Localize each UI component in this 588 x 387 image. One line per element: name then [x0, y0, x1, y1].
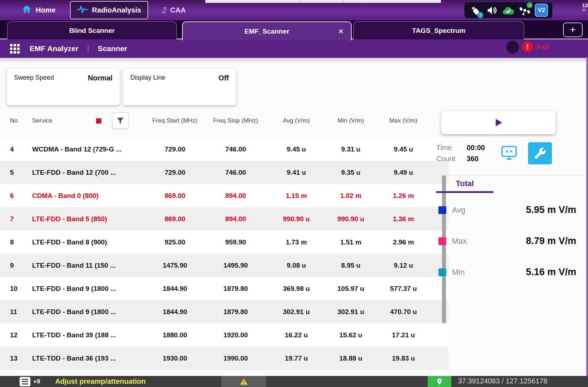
app-title[interactable]: EMF Analyzer	[30, 44, 79, 53]
add-tab-button[interactable]: +	[563, 23, 583, 37]
tab-tags-spectrum[interactable]: TAGS_Spectrum	[353, 21, 524, 39]
cell-freq-stop: 1990.00	[203, 354, 268, 362]
apps-grid-icon[interactable]	[10, 44, 20, 54]
table-row[interactable]: 7 LTE-FDD - Band 5 (850) 869.00 894.00 9…	[0, 207, 448, 230]
warning-icon	[239, 377, 248, 386]
nav-home-label: Home	[36, 6, 56, 14]
clock: 12 04	[582, 2, 588, 19]
cell-freq-stop: 1879.80	[203, 285, 268, 293]
count-value: 360	[467, 155, 499, 163]
cell-min: 9.31 u	[325, 145, 377, 153]
max-color-chip	[438, 237, 446, 245]
close-tab-icon[interactable]: ✕	[338, 27, 344, 36]
avg-label: Avg	[452, 205, 466, 215]
cell-freq-stop: 894.00	[203, 215, 268, 223]
display-mode-icon[interactable]	[500, 144, 518, 163]
count-label: Count	[436, 155, 467, 163]
tab-label: Blind Scanner	[69, 27, 115, 35]
header-avg: Avg (V/m)	[268, 117, 325, 124]
warning-segment[interactable]	[221, 376, 266, 387]
nav-caa[interactable]: 2 CAA	[162, 5, 186, 15]
gps-satellite-icon[interactable]	[518, 3, 532, 18]
cell-no: 8	[0, 238, 32, 246]
cell-no: 11	[0, 308, 32, 316]
nav-radioanalysis[interactable]: RadioAnalysis	[70, 1, 149, 19]
table-row[interactable]: 13 LTE-TDD - Band 36 (193 ... 1930.00 19…	[0, 347, 448, 370]
cell-no: 10	[0, 285, 32, 293]
fail-alert-icon: !	[522, 41, 533, 52]
cell-no: 13	[0, 354, 32, 362]
clock-date: 04	[582, 8, 588, 12]
cell-min: 9.35 u	[325, 169, 377, 177]
cell-freq-stop: 1920.00	[203, 331, 268, 339]
cell-freq-start: 1475.90	[146, 262, 203, 269]
fail-indicator: ! Fail	[522, 41, 549, 52]
sweep-speed-setting[interactable]: Sweep Speed Normal	[6, 68, 120, 105]
total-tab[interactable]: Total	[436, 179, 493, 193]
cell-min: 1.51 m	[325, 238, 377, 246]
cell-freq-stop: 1495.90	[203, 262, 268, 269]
table-row[interactable]: 5 LTE-FDD - Band 12 (700 ... 729.00 746.…	[0, 161, 448, 184]
cell-min: 990.90 u	[325, 215, 377, 223]
table-row[interactable]: 6 CDMA - Band 0 (800) 869.00 894.00 1.15…	[0, 184, 448, 207]
cloud-sync-icon[interactable]	[501, 3, 516, 18]
cell-freq-stop: 746.00	[203, 169, 268, 177]
header-min: Min (V/m)	[325, 117, 377, 124]
fail-items-color-chip	[96, 118, 101, 124]
total-tab-label: Total	[436, 179, 493, 188]
gps-segment[interactable]	[428, 376, 451, 387]
table-row[interactable]: 11 LTE-FDD - Band 9 (1800 ... 1844.90 18…	[0, 300, 448, 323]
cell-max: 9.45 u	[377, 145, 430, 153]
v2-app-icon[interactable]: V2	[534, 3, 549, 18]
panel-divider	[436, 175, 584, 175]
table-row[interactable]: 8 LTE-FDD - Band 8 (900) 925.00 959.90 1…	[0, 230, 448, 254]
nav-home[interactable]: Home	[21, 4, 56, 16]
table-body: 4 WCDMA - Band 12 (729-G ... 729.00 746.…	[0, 138, 448, 370]
time-value: 00:00	[467, 144, 499, 152]
table-row[interactable]: 10 LTE-FDD - Band 9 (1800 ... 1844.90 18…	[0, 277, 448, 300]
cell-freq-stop: 894.00	[203, 192, 268, 200]
header-max: Max (V/m)	[377, 117, 430, 124]
table-row[interactable]: 12 LTE-TDD - Band 39 (188 ... 1880.00 19…	[0, 323, 448, 347]
tab-blind-scanner[interactable]: Blind Scanner	[7, 21, 177, 39]
cell-freq-start: 869.00	[146, 192, 203, 200]
mode-title[interactable]: Scanner	[98, 44, 127, 53]
cell-no: 6	[0, 192, 32, 200]
settings-wrench-button[interactable]	[528, 142, 552, 164]
cell-avg: 19.77 u	[268, 354, 325, 362]
filter-button[interactable]	[112, 113, 129, 129]
max-label: Max	[452, 237, 467, 246]
table-row[interactable]: 9 LTE-FDD - Band 11 (150 ... 1475.90 149…	[0, 254, 448, 277]
volume-icon[interactable]	[485, 3, 499, 18]
usb-status-icon[interactable]: !	[468, 3, 482, 18]
cell-max: 1.26 m	[377, 192, 430, 200]
play-button[interactable]	[441, 111, 556, 134]
cell-avg: 302.91 u	[268, 308, 325, 316]
cell-service: CDMA - Band 0 (800)	[32, 192, 146, 200]
app-menu-bar: EMF Analyzer | Scanner	[0, 39, 588, 58]
nav-radioanalysis-label: RadioAnalysis	[92, 6, 141, 14]
tab-emf-scanner[interactable]: EMF_Scanner ✕	[182, 21, 352, 40]
cell-avg: 16.22 u	[268, 331, 325, 339]
cell-min: 18.88 u	[325, 354, 377, 362]
clock-hour: 12	[582, 2, 588, 8]
screen-edge-strip	[586, 57, 588, 387]
cell-max: 470.70 u	[377, 308, 430, 316]
total-min-row: Min 5.16 m V/m	[436, 267, 576, 278]
cell-max: 17.21 u	[377, 331, 430, 339]
min-color-chip	[438, 268, 446, 276]
cell-min: 1.02 m	[325, 192, 377, 200]
cell-service: LTE-TDD - Band 39 (188 ...	[32, 331, 146, 339]
cell-max: 1.36 m	[377, 215, 430, 223]
table-row[interactable]: 4 WCDMA - Band 12 (729-G ... 729.00 746.…	[0, 138, 448, 161]
message-count-badge: +9	[33, 378, 40, 385]
cell-freq-stop: 1879.80	[203, 308, 268, 316]
cell-freq-start: 729.00	[146, 169, 203, 177]
min-value: 5.16 m V/m	[526, 267, 576, 278]
display-line-setting[interactable]: Display Line Off	[123, 68, 236, 105]
cell-freq-start: 869.00	[146, 215, 203, 223]
time-label: Time	[436, 144, 467, 152]
message-log-icon[interactable]	[20, 377, 30, 386]
cell-service: LTE-TDD - Band 36 (193 ...	[32, 354, 146, 362]
cell-min: 15.62 u	[325, 331, 377, 339]
